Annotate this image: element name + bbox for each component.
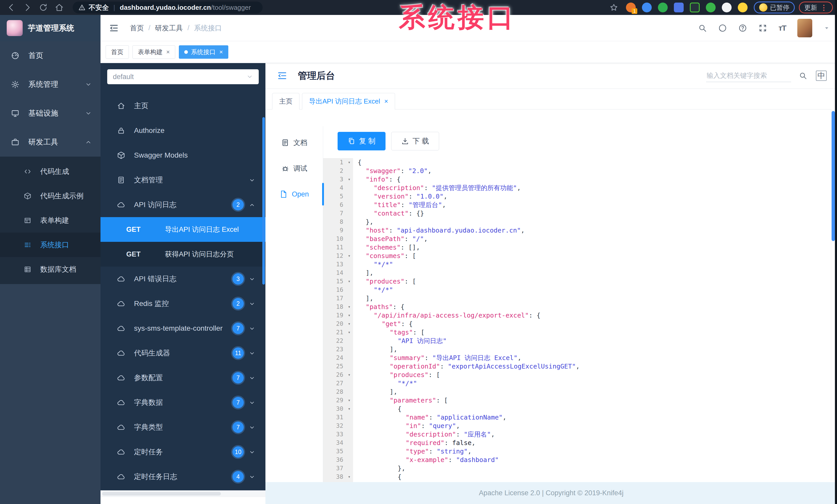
- swagger-item-参数配置[interactable]: 参数配置7: [101, 366, 265, 390]
- help-icon[interactable]: [738, 24, 747, 33]
- update-button[interactable]: 更新 ⋮: [799, 2, 833, 13]
- ext-dark-monkey-icon[interactable]: [690, 3, 700, 12]
- sidebar-item-数据库文档[interactable]: 数据库文档: [0, 257, 101, 281]
- swagger-operation-导出API 访问日志 Excel[interactable]: GET导出API 访问日志 Excel: [101, 217, 265, 242]
- line-number: 24: [323, 354, 345, 362]
- app-logo[interactable]: 芋道管理系统: [0, 15, 101, 41]
- swagger-item-sys-sms-template-controller[interactable]: sys-sms-template-controller7: [101, 316, 265, 341]
- sidebar-collapse-icon[interactable]: [109, 23, 119, 33]
- browser-menu-icon[interactable]: ⋮: [820, 3, 827, 12]
- content-body: 文档调试Open 复 制 下 载 1▾{2"swagger": "2.0",3▾…: [265, 126, 837, 504]
- back-icon[interactable]: [7, 3, 16, 12]
- chevron-down-icon: [249, 325, 255, 332]
- swagger-item-字典类型[interactable]: 字典类型7: [101, 415, 265, 440]
- sidebar-item-代码生成[interactable]: 代码生成: [0, 159, 101, 184]
- window-right-edge: [835, 0, 837, 504]
- swagger-item-代码生成器[interactable]: 代码生成器11: [101, 341, 265, 366]
- ext-white-paw-icon[interactable]: [722, 3, 732, 12]
- doc-tab-导出API 访问日志 Excel[interactable]: 导出API 访问日志 Excel×: [302, 93, 395, 109]
- ext-green-leaf-icon[interactable]: [706, 3, 716, 12]
- fold-arrow-icon[interactable]: ▾: [345, 405, 353, 413]
- tag-表单构建[interactable]: 表单构建×: [132, 45, 175, 59]
- fold-arrow-icon[interactable]: ▾: [345, 175, 353, 184]
- ext-blue-pin-icon[interactable]: [642, 3, 652, 12]
- swagger-item-badge: 4: [232, 471, 244, 482]
- code-line: 16"*/*": [323, 286, 837, 294]
- sidebar-item-系统接口[interactable]: 系统接口: [0, 232, 101, 257]
- fold-arrow-icon[interactable]: ▾: [345, 277, 353, 286]
- line-number: 28: [323, 388, 345, 396]
- tag-close-icon[interactable]: ×: [166, 49, 170, 56]
- hscroll-thumb[interactable]: [102, 492, 221, 496]
- not-secure-label: 不安全: [89, 3, 109, 12]
- language-switch-icon[interactable]: 中: [816, 71, 827, 81]
- sidebar-item-系统管理[interactable]: 系统管理: [0, 70, 101, 99]
- content-scroll-thumb[interactable]: [832, 111, 835, 241]
- swagger-item-Swagger Models[interactable]: Swagger Models: [101, 143, 265, 168]
- doc-side-tab-文档[interactable]: 文档: [265, 130, 323, 155]
- swagger-panel-hscrollbar[interactable]: [101, 490, 265, 497]
- sidebar-item-表单构建[interactable]: 表单构建: [0, 208, 101, 232]
- swagger-item-API 访问日志[interactable]: API 访问日志2: [101, 192, 265, 217]
- bookmark-star-icon[interactable]: [609, 3, 618, 12]
- fold-arrow-icon[interactable]: ▾: [345, 311, 353, 320]
- github-icon[interactable]: [718, 24, 727, 33]
- forward-icon[interactable]: [23, 3, 32, 12]
- ext-blue-grid-icon[interactable]: [674, 3, 684, 12]
- sidebar-item-研发工具[interactable]: 研发工具: [0, 128, 101, 156]
- sidebar-item-首页[interactable]: 首页: [0, 41, 101, 70]
- search-icon[interactable]: [698, 24, 707, 33]
- swagger-item-定时任务日志[interactable]: 定时任务日志4: [101, 464, 265, 489]
- fold-arrow-icon[interactable]: ▾: [345, 371, 353, 379]
- user-avatar[interactable]: [797, 19, 812, 37]
- doc-side-tab-调试[interactable]: 调试: [265, 155, 323, 181]
- doc-menu-collapse-icon[interactable]: [277, 70, 288, 81]
- swagger-item-定时任务[interactable]: 定时任务10: [101, 440, 265, 464]
- fold-arrow-icon[interactable]: ▾: [345, 158, 353, 167]
- swagger-item-文档管理[interactable]: 文档管理: [101, 168, 265, 192]
- fold-arrow-icon[interactable]: ▾: [345, 328, 353, 337]
- copy-button[interactable]: 复 制: [338, 132, 386, 150]
- swagger-item-主页[interactable]: 主页: [101, 93, 265, 118]
- fold-arrow-icon[interactable]: ▾: [345, 472, 353, 481]
- swagger-panel-scrollbar[interactable]: [262, 117, 265, 284]
- swagger-item-Authorize[interactable]: Authorize: [101, 118, 265, 143]
- fold-arrow-icon[interactable]: ▾: [345, 320, 353, 328]
- breadcrumb-item[interactable]: 首页: [130, 23, 144, 33]
- json-code-editor[interactable]: 1▾{2"swagger": "2.0",3▾"info": {4"descri…: [323, 158, 837, 504]
- header-actions: тT: [698, 19, 830, 37]
- fullscreen-icon[interactable]: [759, 24, 767, 33]
- sidebar-item-代码生成示例[interactable]: 代码生成示例: [0, 184, 101, 208]
- ext-green-check-icon[interactable]: [658, 3, 668, 12]
- doc-tab-close-icon[interactable]: ×: [384, 97, 388, 105]
- breadcrumb-item[interactable]: 系统接口: [194, 23, 222, 33]
- breadcrumb-item[interactable]: 研发工具: [155, 23, 183, 33]
- swagger-item-字典数据[interactable]: 字典数据7: [101, 390, 265, 415]
- fold-arrow-icon[interactable]: ▾: [345, 396, 353, 405]
- download-button[interactable]: 下 载: [391, 132, 439, 150]
- user-menu-caret-icon[interactable]: [824, 25, 830, 31]
- paused-extension-pill[interactable]: 已暂停: [754, 2, 795, 13]
- ext-emoji-face-icon[interactable]: [738, 3, 748, 12]
- font-size-icon[interactable]: тT: [779, 24, 786, 33]
- tag-系统接口[interactable]: 系统接口×: [179, 45, 228, 59]
- swagger-item-API 错误日志[interactable]: API 错误日志3: [101, 266, 265, 291]
- sidebar-item-基础设施[interactable]: 基础设施: [0, 99, 101, 128]
- swagger-item-Redis 监控[interactable]: Redis 监控2: [101, 291, 265, 316]
- tag-close-icon[interactable]: ×: [219, 49, 223, 56]
- swagger-operation-获得API 访问日志分页[interactable]: GET获得API 访问日志分页: [101, 242, 265, 266]
- reload-icon[interactable]: [39, 3, 48, 12]
- address-bar[interactable]: 不安全 | dashboard.yudao.iocoder.cn /tool/s…: [73, 2, 263, 13]
- doc-side-tab-Open[interactable]: Open: [265, 181, 323, 207]
- tag-首页[interactable]: 首页: [106, 45, 129, 59]
- fold-arrow-icon[interactable]: ▾: [345, 251, 353, 260]
- api-group-select[interactable]: default: [107, 69, 259, 84]
- doc-search-icon[interactable]: [799, 72, 807, 80]
- ext-orange-circle-icon[interactable]: 1: [626, 3, 636, 12]
- operation-label: 导出API 访问日志 Excel: [165, 225, 239, 234]
- fold-arrow-icon[interactable]: ▾: [345, 303, 353, 311]
- home-icon[interactable]: [55, 3, 64, 12]
- doc-tab-主页[interactable]: 主页: [272, 93, 300, 109]
- code-text: "required": false,: [353, 438, 476, 447]
- doc-search-input[interactable]: [706, 70, 791, 82]
